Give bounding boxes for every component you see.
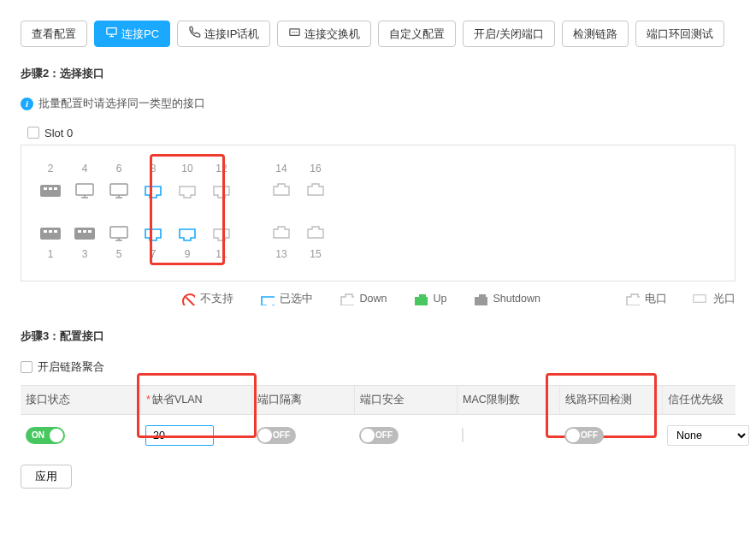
col-maclimit: MAC限制数 — [457, 386, 559, 414]
port-num: 6 — [116, 163, 122, 175]
connect-pc-label: 连接PC — [121, 27, 159, 41]
slot0-checkbox[interactable] — [27, 127, 39, 139]
step3-title: 步骤3：配置接口 — [21, 329, 735, 344]
port-isolation-toggle[interactable]: OFF — [257, 427, 296, 444]
legend-electrical: 电口 — [645, 292, 667, 306]
detect-link-tab[interactable]: 检测链路 — [562, 21, 629, 47]
svg-rect-9 — [694, 295, 706, 303]
port-num: 2 — [48, 163, 54, 175]
port-panel: 2 4 6 8 10 12 14 16 1 3 5 7 — [21, 145, 735, 281]
legend-down: Down — [359, 293, 387, 305]
highlight-loop-detection — [546, 373, 657, 438]
col-priority: 信任优先级 — [662, 386, 756, 414]
port-15[interactable] — [304, 224, 328, 241]
port-4[interactable] — [73, 181, 97, 198]
connect-switch-label: 连接交换机 — [304, 27, 360, 41]
port-1[interactable] — [38, 224, 62, 241]
port-enable-tab[interactable]: 开启/关闭端口 — [463, 21, 555, 47]
loop-detection-toggle[interactable]: OFF — [564, 427, 604, 444]
connect-ipphone-tab[interactable]: 连接IP话机 — [177, 21, 270, 47]
phone-icon — [188, 26, 201, 42]
port-5[interactable] — [107, 224, 131, 241]
legend-unsupported: 不支持 — [200, 292, 233, 306]
switch-icon — [288, 26, 301, 42]
port-legend: 不支持 已选中 Down Up Shutdown 电口 光口 — [21, 292, 735, 306]
monitor-icon — [105, 26, 118, 42]
step2-title: 步骤2：选择接口 — [21, 66, 735, 81]
port-6[interactable] — [107, 181, 131, 198]
connect-ipphone-label: 连接IP话机 — [204, 27, 259, 41]
link-agg-checkbox[interactable] — [21, 361, 32, 373]
port-security-toggle[interactable]: OFF — [359, 427, 399, 444]
port-num: 1 — [48, 248, 54, 260]
port-num: 3 — [82, 248, 88, 260]
port-2[interactable] — [38, 181, 62, 198]
port-num: 14 — [275, 163, 286, 175]
svg-rect-0 — [107, 28, 116, 35]
apply-button[interactable]: 应用 — [21, 465, 72, 489]
legend-up: Up — [433, 293, 446, 305]
info-icon: i — [21, 98, 33, 110]
col-security: 端口安全 — [354, 386, 457, 414]
port-14[interactable] — [269, 181, 293, 198]
col-state: 接口状态 — [21, 386, 140, 414]
connect-switch-tab[interactable]: 连接交换机 — [277, 21, 371, 47]
connect-pc-tab[interactable]: 连接PC — [94, 21, 170, 47]
legend-shutdown: Shutdown — [493, 293, 540, 305]
port-num: 15 — [310, 248, 321, 260]
trust-priority-select[interactable]: None — [667, 425, 749, 446]
port-13[interactable] — [269, 224, 293, 241]
legend-optical: 光口 — [713, 292, 735, 306]
col-isolation: 端口隔离 — [251, 386, 354, 414]
highlight-default-vlan — [137, 373, 257, 438]
port-num: 4 — [82, 163, 88, 175]
port-state-toggle[interactable]: ON — [26, 427, 65, 444]
port-16[interactable] — [304, 181, 328, 198]
port-num: 13 — [275, 248, 286, 260]
highlight-selected-ports — [150, 154, 225, 265]
port-num: 16 — [310, 163, 321, 175]
port-loopback-tab[interactable]: 端口环回测试 — [635, 21, 724, 47]
view-config-tab[interactable]: 查看配置 — [21, 21, 87, 47]
mac-limit-input[interactable] — [462, 428, 464, 442]
custom-config-tab[interactable]: 自定义配置 — [378, 21, 456, 47]
link-agg-label: 开启链路聚合 — [38, 359, 104, 375]
slot0-label: Slot 0 — [44, 127, 73, 139]
batch-tip: 批量配置时请选择同一类型的接口 — [38, 97, 205, 111]
legend-selected: 已选中 — [280, 292, 313, 306]
port-num: 5 — [116, 248, 122, 260]
port-3[interactable] — [73, 224, 97, 241]
